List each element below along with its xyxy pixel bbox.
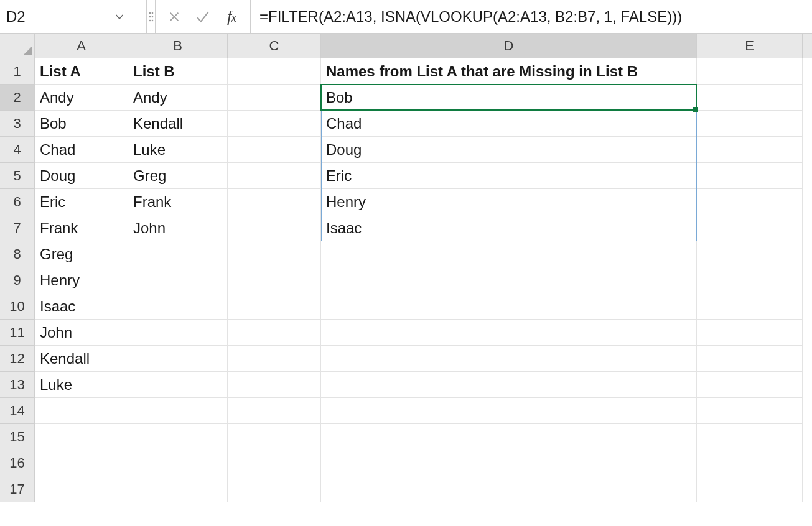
row-header-1[interactable]: 1: [0, 58, 35, 85]
insert-function-button[interactable]: fx: [222, 7, 241, 27]
cell-B1[interactable]: List B: [128, 58, 228, 85]
cell-B7[interactable]: John: [128, 215, 228, 241]
column-header-A[interactable]: A: [35, 34, 128, 58]
row-header-6[interactable]: 6: [0, 189, 35, 215]
cancel-formula-button[interactable]: [164, 7, 184, 27]
row-header-3[interactable]: 3: [0, 111, 35, 137]
cell-C7[interactable]: [228, 215, 321, 241]
cell-E12[interactable]: [697, 346, 803, 372]
cell-C10[interactable]: [228, 293, 321, 320]
cell-A11[interactable]: John: [35, 320, 128, 346]
row-header-13[interactable]: 13: [0, 372, 35, 398]
column-header-D[interactable]: D: [321, 34, 697, 58]
cell-A15[interactable]: [35, 424, 128, 450]
cell-A13[interactable]: Luke: [35, 372, 128, 398]
row-header-5[interactable]: 5: [0, 163, 35, 189]
cell-C14[interactable]: [228, 398, 321, 424]
cell-B12[interactable]: [128, 346, 228, 372]
cell-A16[interactable]: [35, 450, 128, 476]
cell-D13[interactable]: [321, 372, 697, 398]
cell-A10[interactable]: Isaac: [35, 293, 128, 320]
cell-C4[interactable]: [228, 137, 321, 163]
cell-C13[interactable]: [228, 372, 321, 398]
cell-A3[interactable]: Bob: [35, 111, 128, 137]
cell-E8[interactable]: [697, 241, 803, 267]
cell-D15[interactable]: [321, 424, 697, 450]
cell-A14[interactable]: [35, 398, 128, 424]
cell-C11[interactable]: [228, 320, 321, 346]
cell-A9[interactable]: Henry: [35, 267, 128, 293]
row-header-16[interactable]: 16: [0, 450, 35, 476]
cell-C17[interactable]: [228, 476, 321, 502]
cell-E1[interactable]: [697, 58, 803, 85]
cell-B10[interactable]: [128, 293, 228, 320]
cell-C5[interactable]: [228, 163, 321, 189]
cell-E2[interactable]: [697, 85, 803, 111]
cell-E9[interactable]: [697, 267, 803, 293]
cell-B17[interactable]: [128, 476, 228, 502]
row-header-10[interactable]: 10: [0, 293, 35, 320]
cell-D16[interactable]: [321, 450, 697, 476]
cell-E7[interactable]: [697, 215, 803, 241]
cell-C3[interactable]: [228, 111, 321, 137]
cell-E6[interactable]: [697, 189, 803, 215]
cell-A1[interactable]: List A: [35, 58, 128, 85]
cell-D9[interactable]: [321, 267, 697, 293]
cell-B14[interactable]: [128, 398, 228, 424]
select-all-corner[interactable]: [0, 34, 35, 58]
cell-D5[interactable]: Eric: [321, 163, 697, 189]
enter-formula-button[interactable]: [193, 7, 213, 27]
cell-D10[interactable]: [321, 293, 697, 320]
cell-A5[interactable]: Doug: [35, 163, 128, 189]
cell-C8[interactable]: [228, 241, 321, 267]
cell-B8[interactable]: [128, 241, 228, 267]
cell-D14[interactable]: [321, 398, 697, 424]
cell-E5[interactable]: [697, 163, 803, 189]
cell-C16[interactable]: [228, 450, 321, 476]
cell-C9[interactable]: [228, 267, 321, 293]
row-header-14[interactable]: 14: [0, 398, 35, 424]
row-header-17[interactable]: 17: [0, 476, 35, 502]
cell-E10[interactable]: [697, 293, 803, 320]
cell-E3[interactable]: [697, 111, 803, 137]
cell-D1[interactable]: Names from List A that are Missing in Li…: [321, 58, 697, 85]
cell-E16[interactable]: [697, 450, 803, 476]
row-header-8[interactable]: 8: [0, 241, 35, 267]
row-header-15[interactable]: 15: [0, 424, 35, 450]
cell-E17[interactable]: [697, 476, 803, 502]
cell-B15[interactable]: [128, 424, 228, 450]
cell-B13[interactable]: [128, 372, 228, 398]
cell-A17[interactable]: [35, 476, 128, 502]
cell-D7[interactable]: Isaac: [321, 215, 697, 241]
cell-A6[interactable]: Eric: [35, 189, 128, 215]
column-header-E[interactable]: E: [697, 34, 803, 58]
cell-A2[interactable]: Andy: [35, 85, 128, 111]
cell-D17[interactable]: [321, 476, 697, 502]
cell-B3[interactable]: Kendall: [128, 111, 228, 137]
cell-D4[interactable]: Doug: [321, 137, 697, 163]
column-header-C[interactable]: C: [228, 34, 321, 58]
cell-B4[interactable]: Luke: [128, 137, 228, 163]
cell-A4[interactable]: Chad: [35, 137, 128, 163]
cell-D2[interactable]: Bob: [321, 85, 697, 111]
cell-D6[interactable]: Henry: [321, 189, 697, 215]
cell-A7[interactable]: Frank: [35, 215, 128, 241]
cell-D8[interactable]: [321, 241, 697, 267]
row-header-12[interactable]: 12: [0, 346, 35, 372]
cell-B9[interactable]: [128, 267, 228, 293]
cell-A12[interactable]: Kendall: [35, 346, 128, 372]
row-header-7[interactable]: 7: [0, 215, 35, 241]
cell-E4[interactable]: [697, 137, 803, 163]
cell-B11[interactable]: [128, 320, 228, 346]
row-header-9[interactable]: 9: [0, 267, 35, 293]
name-box[interactable]: [5, 7, 111, 26]
cell-C6[interactable]: [228, 189, 321, 215]
cell-B2[interactable]: Andy: [128, 85, 228, 111]
cell-B6[interactable]: Frank: [128, 189, 228, 215]
cell-B5[interactable]: Greg: [128, 163, 228, 189]
cell-E11[interactable]: [697, 320, 803, 346]
formula-bar-splitter[interactable]: [147, 0, 156, 33]
cell-C1[interactable]: [228, 58, 321, 85]
column-header-B[interactable]: B: [128, 34, 228, 58]
cell-E15[interactable]: [697, 424, 803, 450]
